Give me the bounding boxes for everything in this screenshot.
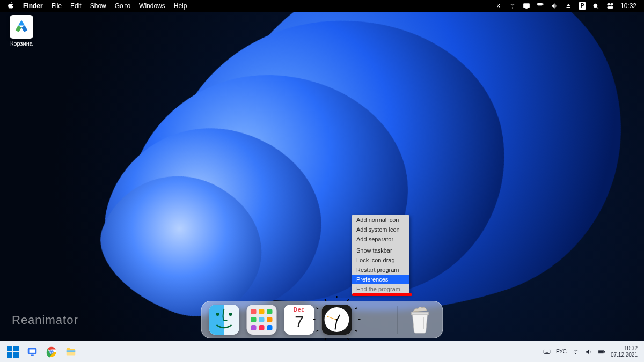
dock-trash[interactable] — [405, 305, 435, 335]
dock: Dec 7 — [201, 301, 443, 338]
control-center-icon[interactable] — [606, 2, 614, 10]
tray-clock[interactable]: 10:32 07.12.2021 — [611, 345, 638, 358]
svg-rect-21 — [599, 351, 604, 352]
menubar-app-name[interactable]: Finder — [23, 2, 43, 10]
desktop-recycle-bin[interactable]: Корзина — [5, 15, 38, 47]
ctx-lock-icon-drag[interactable]: Lock icon drag — [352, 255, 409, 265]
watermark-text: Reanimator — [12, 313, 78, 327]
tray-battery-icon[interactable] — [598, 348, 605, 356]
svg-rect-20 — [604, 351, 605, 352]
volume-icon[interactable] — [551, 2, 558, 10]
spotlight-icon[interactable] — [592, 2, 600, 10]
tray-volume-icon[interactable] — [585, 348, 592, 356]
mac-menubar: Finder File Edit Show Go to Windows Help… — [0, 0, 644, 12]
menubar-item-help[interactable]: Help — [174, 2, 187, 10]
menubar-item-edit[interactable]: Edit — [70, 2, 82, 10]
start-button[interactable] — [5, 344, 20, 359]
tray-date: 07.12.2021 — [611, 352, 638, 358]
eject-icon[interactable] — [565, 2, 572, 10]
battery-charging-icon[interactable] — [537, 2, 544, 10]
svg-rect-2 — [543, 4, 543, 5]
calendar-month: Dec — [284, 305, 314, 313]
ctx-add-normal-icon[interactable]: Add normal icon — [352, 215, 409, 225]
tray-time: 10:32 — [611, 345, 638, 352]
display-icon[interactable] — [523, 2, 530, 10]
svg-point-8 — [229, 313, 232, 316]
svg-rect-18 — [544, 350, 550, 353]
svg-rect-11 — [31, 354, 34, 356]
recycle-bin-icon — [10, 15, 33, 39]
svg-rect-0 — [524, 4, 530, 8]
ctx-end-program[interactable]: End the program — [352, 284, 409, 294]
windows-taskbar: РУС 10:32 07.12.2021 — [0, 341, 644, 362]
svg-rect-17 — [67, 350, 76, 352]
svg-rect-10 — [30, 349, 35, 352]
annotation-underline — [352, 293, 412, 296]
bluetooth-icon[interactable] — [495, 2, 502, 10]
dock-launchpad[interactable] — [247, 305, 277, 335]
tray-wifi-icon[interactable] — [572, 348, 580, 356]
taskbar-file-explorer[interactable] — [63, 344, 78, 359]
dock-context-menu: Add normal icon Add system icon Add sepa… — [352, 215, 409, 294]
tray-keyboard-icon[interactable] — [543, 348, 551, 356]
wifi-icon[interactable] — [509, 2, 516, 10]
ctx-add-separator[interactable]: Add separator — [352, 234, 409, 244]
taskbar-app-1[interactable] — [25, 344, 40, 359]
menubar-item-windows[interactable]: Windows — [139, 2, 165, 10]
ctx-show-taskbar[interactable]: Show taskbar — [352, 246, 409, 255]
dock-separator — [397, 306, 398, 334]
dock-finder[interactable] — [209, 305, 239, 335]
menubar-item-file[interactable]: File — [52, 2, 62, 10]
menubar-item-show[interactable]: Show — [90, 2, 106, 10]
ctx-add-system-icon[interactable]: Add system icon — [352, 225, 409, 234]
svg-point-3 — [594, 4, 598, 8]
ctx-preferences[interactable]: Preferences — [352, 275, 409, 284]
svg-rect-5 — [611, 3, 613, 5]
dock-calendar[interactable]: Dec 7 — [284, 305, 314, 335]
taskbar-chrome[interactable] — [44, 344, 59, 359]
dock-clock[interactable] — [322, 305, 352, 335]
svg-rect-6 — [608, 6, 613, 9]
dock-empty-slot[interactable] — [360, 305, 390, 335]
menubar-item-goto[interactable]: Go to — [115, 2, 130, 10]
calendar-day: 7 — [295, 314, 304, 330]
ctx-restart-program[interactable]: Restart program — [352, 265, 409, 275]
svg-point-15 — [50, 350, 53, 352]
tray-language[interactable]: РУС — [556, 349, 567, 354]
menubar-clock[interactable]: 10:32 — [620, 2, 636, 10]
apple-menu-icon[interactable] — [8, 2, 14, 10]
parking-icon[interactable]: P — [579, 2, 586, 10]
svg-rect-4 — [608, 3, 610, 5]
ctx-separator — [352, 245, 409, 245]
svg-point-7 — [216, 313, 219, 316]
recycle-bin-label: Корзина — [5, 40, 38, 47]
